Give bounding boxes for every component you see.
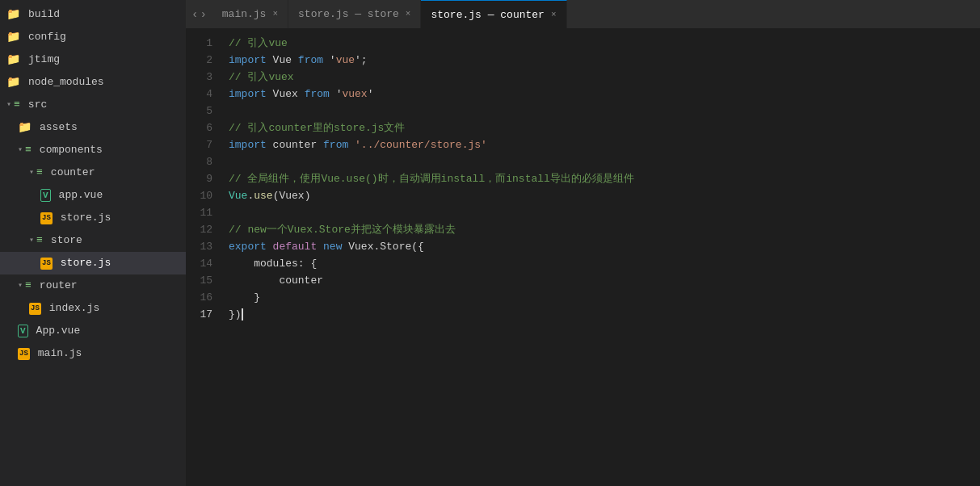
vue-icon: V	[40, 189, 51, 202]
chevron-icon	[29, 164, 34, 182]
sidebar-label: counter	[51, 164, 95, 182]
code-line-6: // 引入counter里的store.js文件	[229, 119, 974, 136]
code-line-5	[229, 103, 974, 119]
code-line-8	[229, 153, 974, 170]
folder-icon: 📁	[18, 119, 32, 136]
code-line-12: // new一个Vuex.Store并把这个模块暴露出去	[229, 221, 974, 238]
sidebar-label: config	[28, 28, 66, 46]
sidebar-label: main.js	[38, 345, 82, 362]
code-line-4: import Vuex from 'vuex'	[229, 86, 974, 103]
sidebar-item-main.js[interactable]: JSmain.js	[0, 342, 186, 365]
sidebar-label: store.js	[61, 209, 111, 227]
sidebar-item-build[interactable]: 📁build	[0, 3, 186, 26]
sidebar-label: jtimg	[28, 51, 60, 69]
sidebar-label: assets	[40, 119, 78, 136]
line-number-10: 10	[192, 187, 212, 204]
tab-close-icon[interactable]: ×	[551, 10, 557, 19]
folder-tree-icon: ≡	[36, 232, 43, 249]
folder-tree-icon: ≡	[36, 164, 43, 182]
sidebar-label: src	[28, 96, 47, 114]
sidebar-item-index.js[interactable]: JSindex.js	[0, 297, 186, 320]
line-number-12: 12	[192, 221, 212, 238]
tabs-bar: ‹ › main.js×store.js — store×store.js — …	[186, 0, 980, 28]
sidebar-label: components	[40, 141, 103, 159]
tab-store-counter[interactable]: store.js — counter×	[421, 0, 566, 28]
js-icon: JS	[40, 258, 53, 270]
line-number-2: 2	[192, 52, 212, 69]
sidebar-label: store.js	[61, 254, 111, 272]
line-number-1: 1	[192, 35, 212, 52]
sidebar: 📁build📁config📁jtimg📁node_modules≡src📁ass…	[0, 0, 186, 486]
line-number-5: 5	[192, 103, 212, 119]
sidebar-label: node_modules	[28, 73, 104, 91]
sidebar-item-node_modules[interactable]: 📁node_modules	[0, 71, 186, 94]
tab-close-icon[interactable]: ×	[272, 10, 278, 19]
code-line-15: counter	[229, 272, 974, 289]
code-line-14: modules: {	[229, 255, 974, 272]
folder-tree-icon: ≡	[14, 96, 20, 114]
sidebar-item-app.vue[interactable]: Vapp.vue	[0, 184, 186, 207]
line-number-9: 9	[192, 170, 212, 187]
editor-area: ‹ › main.js×store.js — store×store.js — …	[186, 0, 980, 486]
sidebar-item-assets[interactable]: 📁assets	[0, 116, 186, 139]
line-number-3: 3	[192, 69, 212, 86]
sidebar-label: app.vue	[59, 186, 103, 204]
line-number-4: 4	[192, 86, 212, 103]
chevron-icon	[18, 141, 23, 159]
sidebar-label: build	[28, 6, 60, 23]
line-number-16: 16	[192, 289, 212, 306]
folder-icon: 📁	[6, 6, 20, 23]
sidebar-item-App.vue[interactable]: VApp.vue	[0, 320, 186, 342]
folder-tree-icon: ≡	[25, 277, 32, 295]
sidebar-item-counter[interactable]: ≡counter	[0, 161, 186, 184]
sidebar-label: App.vue	[36, 322, 81, 340]
code-line-1: // 引入vue	[229, 35, 974, 52]
code-line-16: }	[229, 289, 974, 306]
folder-icon: 📁	[6, 28, 20, 46]
line-numbers: 1234567891011121314151617	[186, 35, 222, 480]
chevron-icon	[29, 232, 34, 249]
js-icon: JS	[29, 303, 41, 315]
sidebar-item-store.js-counter[interactable]: JSstore.js	[0, 207, 186, 229]
line-number-7: 7	[192, 136, 212, 153]
sidebar-item-store[interactable]: ≡store	[0, 229, 186, 252]
sidebar-item-components[interactable]: ≡components	[0, 139, 186, 161]
code-line-3: // 引入vuex	[229, 69, 974, 86]
sidebar-item-store.js-active[interactable]: JSstore.js	[0, 252, 186, 274]
sidebar-label: store	[51, 232, 82, 249]
folder-icon: 📁	[6, 73, 20, 91]
line-number-15: 15	[192, 272, 212, 289]
sidebar-item-jtimg[interactable]: 📁jtimg	[0, 48, 186, 71]
tab-close-icon[interactable]: ×	[406, 10, 411, 19]
folder-tree-icon: ≡	[25, 141, 32, 159]
code-line-7: import counter from '../counter/store.js…	[229, 136, 974, 153]
nav-right-icon[interactable]: ›	[200, 8, 206, 21]
tab-label: store.js — counter	[431, 9, 544, 21]
tab-label: store.js — store	[298, 8, 399, 20]
line-number-17: 17	[192, 306, 212, 323]
line-number-8: 8	[192, 153, 212, 170]
tab-store-store[interactable]: store.js — store×	[288, 0, 421, 28]
chevron-icon	[6, 96, 11, 114]
line-number-13: 13	[192, 238, 212, 255]
code-editor: 1234567891011121314151617 // 引入vueimport…	[186, 28, 980, 486]
folder-icon: 📁	[6, 51, 20, 69]
js-icon: JS	[40, 212, 53, 224]
code-content[interactable]: // 引入vueimport Vue from 'vue';// 引入vuexi…	[222, 35, 980, 480]
line-number-14: 14	[192, 255, 212, 272]
tab-label: main.js	[222, 8, 267, 20]
nav-arrows[interactable]: ‹ ›	[186, 0, 212, 28]
line-number-11: 11	[192, 204, 212, 221]
sidebar-item-src[interactable]: ≡src	[0, 94, 186, 116]
code-line-9: // 全局组件，使用Vue.use()时，自动调用install，而instal…	[229, 170, 974, 187]
code-line-11	[229, 204, 974, 221]
code-line-17: })	[229, 306, 974, 323]
chevron-icon	[18, 277, 23, 295]
tab-main.js[interactable]: main.js×	[212, 0, 288, 28]
nav-left-icon[interactable]: ‹	[191, 8, 198, 21]
sidebar-label: index.js	[49, 300, 99, 317]
sidebar-item-router[interactable]: ≡router	[0, 274, 186, 297]
sidebar-item-config[interactable]: 📁config	[0, 26, 186, 48]
sidebar-label: router	[40, 277, 78, 295]
code-line-13: export default new Vuex.Store({	[229, 238, 974, 255]
